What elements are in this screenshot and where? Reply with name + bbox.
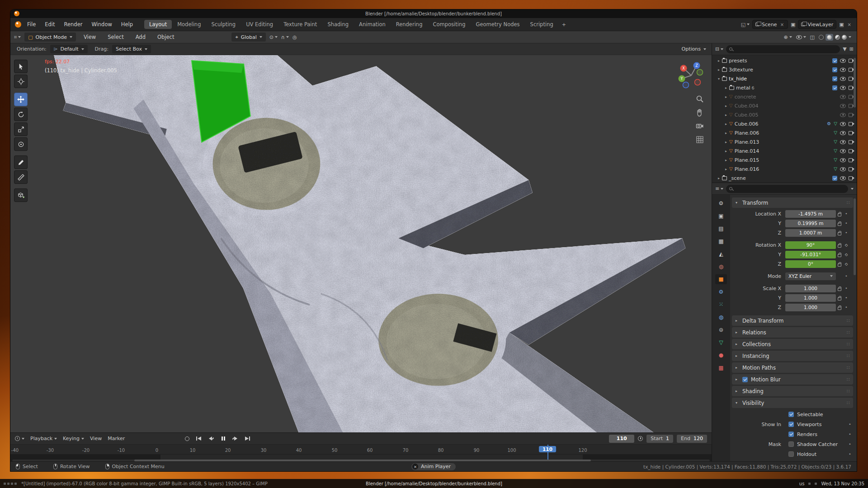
cursor-tool[interactable] xyxy=(14,75,28,88)
outliner-row-concrete[interactable]: ▸ ▽ concrete xyxy=(712,92,857,101)
tab-material-properties[interactable] xyxy=(715,350,727,360)
lock-icon[interactable] xyxy=(836,230,843,235)
animate-dot[interactable]: • xyxy=(847,442,853,446)
animate-dot[interactable]: • xyxy=(843,221,849,225)
rotation-mode-dropdown[interactable]: XYZ Euler xyxy=(785,272,836,280)
drag-setting-dropdown[interactable]: Select Box xyxy=(112,45,151,53)
show-gizmo-icon[interactable]: ⊕ xyxy=(783,34,792,40)
tab-object-properties[interactable] xyxy=(715,274,727,284)
playhead-frame-badge[interactable]: 110 xyxy=(539,446,556,452)
keying-menu[interactable]: Keying xyxy=(63,436,84,441)
menu-add[interactable]: Add xyxy=(132,33,150,41)
disclosure-triangle[interactable]: ▸ xyxy=(716,68,722,72)
ortho-grid-icon[interactable] xyxy=(696,136,704,144)
transform-section-header[interactable]: ▾Transform∷ xyxy=(732,197,853,208)
outliner-row-plane013[interactable]: ▸ ▽ Plane.013 ▽ xyxy=(712,137,857,146)
scene-unlink-icon[interactable]: × xyxy=(779,22,785,27)
tab-layout[interactable]: Layout xyxy=(144,20,172,29)
workspace-indicator-icons[interactable] xyxy=(4,483,17,485)
keyboard-layout-indicator[interactable]: us xyxy=(799,481,805,486)
transform-orientation-selector[interactable]: ⌖ Global xyxy=(231,33,265,42)
select-box-tool[interactable] xyxy=(14,60,28,73)
tab-output-properties[interactable] xyxy=(715,224,727,234)
motion-paths-section[interactable]: ▸Motion Paths∷ xyxy=(732,362,853,373)
tab-world-properties[interactable] xyxy=(715,262,727,272)
animate-dot[interactable]: • xyxy=(843,274,849,278)
scene-browse-icon[interactable]: ◱ xyxy=(741,22,750,28)
animate-dot[interactable]: • xyxy=(847,422,853,427)
delta-transform-section[interactable]: ▸Delta Transform∷ xyxy=(732,315,853,326)
location-z-field[interactable]: 1.0007 m xyxy=(785,229,836,237)
timeline-scrub-area[interactable] xyxy=(10,455,712,462)
proportional-editing-icon[interactable]: ◎ xyxy=(292,34,297,40)
snap-magnet-icon[interactable]: ∩ xyxy=(281,34,289,40)
menu-select[interactable]: Select xyxy=(104,33,127,41)
keyframe-diamond[interactable]: ◇ xyxy=(843,262,849,266)
network-icon[interactable] xyxy=(808,483,811,485)
filter-funnel-icon[interactable]: ▼ xyxy=(843,46,846,52)
tab-sculpting[interactable]: Sculpting xyxy=(206,20,241,29)
tab-geometry-nodes[interactable]: Geometry Nodes xyxy=(471,20,525,29)
hide-eye-icon[interactable] xyxy=(840,149,846,153)
disclosure-triangle[interactable]: ▾ xyxy=(716,77,722,81)
hide-eye-icon[interactable] xyxy=(840,131,846,135)
tab-texture-paint[interactable]: Texture Paint xyxy=(278,20,322,29)
motion-blur-section[interactable]: ▸Motion Blur∷ xyxy=(732,374,853,385)
tab-shading[interactable]: Shading xyxy=(322,20,354,29)
shading-material-icon[interactable] xyxy=(835,35,840,40)
exclude-checkbox[interactable] xyxy=(832,67,837,72)
mode-selector[interactable]: ▢ Object Mode xyxy=(24,33,76,42)
lock-icon[interactable] xyxy=(836,252,843,257)
menu-object[interactable]: Object xyxy=(153,33,178,41)
animate-dot[interactable]: • xyxy=(843,305,849,310)
outliner-row-presets[interactable]: ▸ presets xyxy=(712,56,857,65)
disclosure-triangle[interactable]: ▸ xyxy=(716,176,722,180)
properties-editor-type-icon[interactable]: ≡ xyxy=(715,186,723,192)
tab-animation[interactable]: Animation xyxy=(354,20,391,29)
shading-rendered-icon[interactable] xyxy=(842,35,847,40)
lock-icon[interactable] xyxy=(836,211,843,216)
hide-eye-icon[interactable] xyxy=(840,167,846,171)
toggle-xray-icon[interactable]: ◫ xyxy=(810,34,815,40)
collections-section[interactable]: ▸Collections∷ xyxy=(732,339,853,349)
outliner-row-tx-hide[interactable]: ▾ tx_hide xyxy=(712,74,857,83)
remove-viewlayer-icon[interactable]: × xyxy=(847,22,852,27)
outliner-row-3dtexture[interactable]: ▸ 3dtexture xyxy=(712,65,857,74)
pause-button[interactable] xyxy=(218,435,228,442)
exclude-checkbox[interactable] xyxy=(832,76,837,81)
tab-texture-properties[interactable] xyxy=(715,363,727,373)
relations-section[interactable]: ▸Relations∷ xyxy=(732,327,853,338)
animate-dot[interactable]: • xyxy=(843,296,849,300)
hide-eye-icon[interactable] xyxy=(840,59,846,63)
animate-dot[interactable]: • xyxy=(843,230,849,235)
marker-menu[interactable]: Marker xyxy=(108,436,125,441)
outliner-row-cube006[interactable]: ▸ ▽ Cube.006 ⚙▽ xyxy=(712,119,857,128)
hide-eye-icon[interactable] xyxy=(840,95,846,99)
properties-filter-chevron[interactable] xyxy=(851,188,854,190)
lock-icon[interactable] xyxy=(836,221,843,226)
auto-keying-icon[interactable] xyxy=(185,436,189,441)
options-dropdown[interactable]: Options xyxy=(682,46,706,52)
tab-scripting[interactable]: Scripting xyxy=(525,20,558,29)
shading-section[interactable]: ▸Shading∷ xyxy=(732,386,853,396)
outliner-scrollbar[interactable] xyxy=(854,58,856,108)
tab-constraints-properties[interactable] xyxy=(715,325,727,335)
hide-eye-icon[interactable] xyxy=(840,176,846,180)
disclosure-triangle[interactable]: ▸ xyxy=(723,131,729,135)
taskbar-blender-window[interactable]: Blender [/home/amalie/Desktop/blender/bu… xyxy=(366,481,502,486)
scene-render[interactable] xyxy=(10,55,712,432)
disclosure-triangle[interactable]: ▸ xyxy=(723,140,729,144)
tab-particles-properties[interactable] xyxy=(715,300,727,310)
pan-hand-icon[interactable] xyxy=(696,108,704,117)
instancing-section[interactable]: ▸Instancing∷ xyxy=(732,351,853,361)
move-tool[interactable] xyxy=(14,93,28,106)
measure-tool[interactable] xyxy=(14,170,28,184)
current-frame-field[interactable]: 110 xyxy=(609,435,634,443)
exclude-checkbox[interactable] xyxy=(832,176,837,181)
tab-uv-editing[interactable]: UV Editing xyxy=(241,20,278,29)
camera-view-icon[interactable] xyxy=(696,122,704,130)
axis-z-negative-handle[interactable] xyxy=(683,82,689,88)
keyframe-diamond[interactable]: ◇ xyxy=(843,253,849,257)
tab-object-data-properties[interactable] xyxy=(715,338,727,347)
hide-eye-icon[interactable] xyxy=(840,122,846,126)
